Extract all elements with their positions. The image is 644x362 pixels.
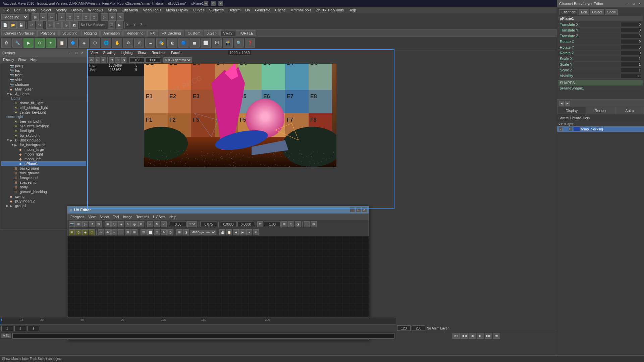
uv2-btn-6[interactable]: ⊕ — [105, 229, 111, 235]
tree-item-a-lights[interactable]: ▼ ▶ A_Lights — [1, 92, 86, 96]
channel-tab-channels[interactable]: Channels — [559, 9, 578, 15]
uv-tb-7[interactable]: ◈ — [118, 221, 124, 227]
shelf-tab-turtle[interactable]: TURTLE — [236, 30, 256, 36]
attr-val-rotate-x[interactable] — [621, 40, 641, 44]
layer-color-swatch[interactable] — [573, 127, 580, 131]
uv2-btn-arrow-d[interactable]: ▼ — [253, 229, 259, 235]
shelf-icon-20[interactable]: 🎞 — [212, 38, 222, 48]
uv2-btn-arrow-l[interactable]: ◀ — [233, 229, 239, 235]
uv-tb-4[interactable]: ⊡ — [96, 221, 102, 227]
shelf-icon-12[interactable]: ⚙ — [123, 38, 133, 48]
tree-item-mid-ground[interactable]: ⊞ mid_ground — [1, 171, 86, 175]
uv2-btn-10[interactable]: ⊞ — [131, 229, 138, 235]
channel-tab-edit[interactable]: Edit — [579, 9, 589, 15]
uv-menu-select[interactable]: Select — [98, 215, 111, 219]
vp-tb-shade[interactable]: ◑ — [121, 57, 126, 63]
maximize-button[interactable]: □ — [211, 1, 216, 6]
uv2-btn-13[interactable]: ⬡ — [154, 229, 160, 235]
rp-close[interactable]: ✕ — [637, 1, 642, 6]
outliner-menu-help[interactable]: Help — [29, 58, 39, 62]
uv-btn-val2[interactable]: 1.00 — [187, 221, 197, 227]
shelf-tab-fx[interactable]: FX — [147, 30, 158, 36]
toolbar-btn-8[interactable]: ⊡ — [90, 13, 98, 21]
menu-generate[interactable]: Generate — [253, 7, 272, 13]
uv-tb-6[interactable]: ⬡ — [111, 221, 117, 227]
tree-item-sr-cliffs[interactable]: ☀ SR_cliffs_keylight — [1, 124, 86, 128]
uv-tb-rotate[interactable]: ↻ — [154, 221, 160, 227]
toolbar-snap-point[interactable]: ◎ — [62, 21, 70, 29]
shelf-tab-fx-caching[interactable]: FX Caching — [159, 30, 184, 36]
tree-item-moon-left[interactable]: ◆ moon_left — [1, 157, 86, 161]
shelf-icon-vray-5[interactable]: ✦ — [46, 38, 56, 48]
toolbar-open[interactable]: 📂 — [9, 21, 17, 29]
uv2-btn-12[interactable]: ⬜ — [147, 229, 153, 235]
toolbar-undo[interactable]: ↩ — [28, 21, 35, 29]
tree-item-body[interactable]: ⊞ body — [1, 185, 86, 189]
attr-val-scale-z[interactable] — [621, 68, 641, 72]
uv2-btn-8[interactable]: ↕ — [118, 229, 124, 235]
attr-val-rotate-y[interactable] — [621, 45, 641, 49]
vp-tb-wire[interactable]: ⬡ — [115, 57, 120, 63]
channel-tab-object[interactable]: Object — [590, 9, 604, 15]
uv-menu-image[interactable]: Image — [121, 215, 134, 219]
uv-tb-scale[interactable]: ⤢ — [161, 221, 167, 227]
toolbar-btn-5[interactable]: ⊡ — [66, 13, 73, 21]
scene-canvas[interactable] — [144, 56, 336, 167]
tree-item-bg-sky[interactable]: ☀ bg_skyLight — [1, 133, 86, 138]
uv-input-v[interactable] — [237, 222, 254, 227]
layer-help[interactable]: Help — [583, 116, 590, 120]
uv-close[interactable]: ✕ — [362, 207, 367, 212]
menu-help[interactable]: Help — [346, 7, 358, 13]
tree-item-far-bg[interactable]: ▼ ▶ far_background — [1, 142, 86, 147]
mode-dropdown[interactable]: Modeling Rigging Animation FX Rendering — [1, 14, 29, 20]
vp-menu-lighting[interactable]: Lighting — [119, 51, 135, 55]
uv-btn-snap-3[interactable]: ⬡ — [288, 221, 294, 227]
uv-btn-a[interactable]: ↕ — [304, 221, 310, 227]
shelf-icon-2[interactable]: 🔧 — [12, 38, 22, 48]
vp-menu-view[interactable]: View — [89, 51, 100, 55]
menu-curves[interactable]: Curves — [191, 7, 207, 13]
uv-tb-8[interactable]: ⊙ — [125, 221, 131, 227]
uv2-btn-9[interactable]: ⊟ — [125, 229, 131, 235]
play-back[interactable]: ◀ — [469, 333, 476, 339]
tree-item-front[interactable]: 📷 front — [1, 73, 86, 77]
layer-tab-anim[interactable]: Anim — [615, 107, 644, 114]
uv2-btn-arrow-u[interactable]: ▲ — [246, 229, 252, 235]
go-to-start[interactable]: ⏮ — [452, 333, 460, 339]
menu-edit-mesh[interactable]: Edit Mesh — [119, 7, 140, 13]
tree-item-pplane1[interactable]: ◆ pPlane1 — [1, 161, 86, 166]
outliner-menu-show[interactable]: Show — [17, 58, 28, 62]
uv-menu-help[interactable]: Help — [168, 215, 178, 219]
channel-tab-show[interactable]: Show — [605, 9, 618, 15]
uv-input-snap[interactable] — [264, 222, 281, 227]
vp-tb-btn-3[interactable]: ⊞ — [101, 57, 106, 63]
uv-input-x[interactable] — [170, 222, 186, 227]
menu-surfaces[interactable]: Surfaces — [207, 7, 226, 13]
shelf-icon-vray-4[interactable]: ⊙ — [35, 38, 45, 48]
rp-minimize[interactable]: ─ — [625, 1, 630, 6]
shelf-icon-8[interactable]: ◈ — [79, 38, 89, 48]
menu-display[interactable]: Display — [69, 7, 86, 13]
shelf-icon-vray-3[interactable]: ▶ — [23, 38, 34, 48]
toolbar-new[interactable]: 📄 — [1, 21, 9, 29]
shelf-tab-xgen[interactable]: XGen — [204, 30, 219, 36]
vp-tb-btn-2[interactable]: ▷ — [95, 57, 100, 63]
tree-item-moon-right[interactable]: ◆ moon_right — [1, 152, 86, 157]
shelf-tab-custom[interactable]: Custom — [185, 30, 204, 36]
uv2-btn-grid[interactable]: ⊞ — [176, 229, 182, 235]
toolbar-paint[interactable]: ✎ — [117, 13, 124, 21]
shelf-icon-17[interactable]: 🔵 — [178, 38, 189, 48]
mel-input[interactable] — [12, 333, 394, 339]
uv-menu-view[interactable]: View — [87, 215, 97, 219]
menu-mesh-display[interactable]: Mesh Display — [164, 7, 190, 13]
shelf-icon-6[interactable]: 📋 — [57, 38, 67, 48]
tree-item-pcylinder12[interactable]: ◆ pCylinder12 — [1, 199, 86, 203]
shelf-tab-rendering[interactable]: Rendering — [123, 30, 147, 36]
uv2-btn-1[interactable]: ⊞ — [69, 229, 75, 235]
uv-input-size[interactable] — [200, 222, 217, 227]
menu-modify[interactable]: Modify — [54, 7, 68, 13]
uv-tb-9[interactable]: ◒ — [131, 221, 138, 227]
uv2-btn-save[interactable]: 💾 — [219, 229, 225, 235]
toolbar-render-settings[interactable]: 🎬 — [108, 21, 115, 29]
range-display2-input[interactable] — [412, 325, 425, 331]
